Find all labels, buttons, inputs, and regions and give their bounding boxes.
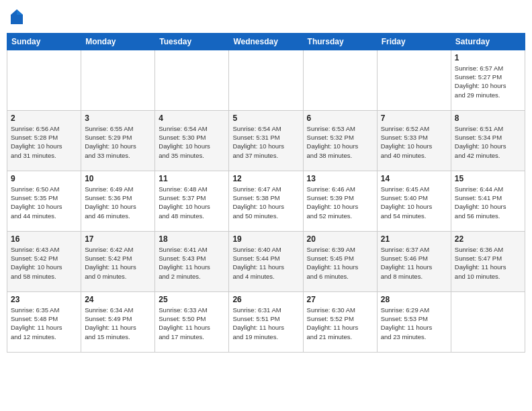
calendar-cell: 10Sunrise: 6:49 AM Sunset: 5:36 PM Dayli… xyxy=(81,171,155,231)
day-info: Sunrise: 6:45 AM Sunset: 5:40 PM Dayligh… xyxy=(381,185,447,220)
day-info: Sunrise: 6:50 AM Sunset: 5:35 PM Dayligh… xyxy=(11,185,77,220)
day-number: 13 xyxy=(307,174,373,183)
day-info: Sunrise: 6:39 AM Sunset: 5:45 PM Dayligh… xyxy=(307,245,373,281)
weekday-header-tuesday: Tuesday xyxy=(155,33,229,50)
logo xyxy=(9,9,23,28)
day-number: 6 xyxy=(307,113,373,123)
calendar-cell: 19Sunrise: 6:40 AM Sunset: 5:44 PM Dayli… xyxy=(229,231,303,291)
calendar-cell xyxy=(155,50,229,110)
day-info: Sunrise: 6:29 AM Sunset: 5:53 PM Dayligh… xyxy=(381,306,447,341)
day-info: Sunrise: 6:41 AM Sunset: 5:43 PM Dayligh… xyxy=(159,245,225,281)
day-info: Sunrise: 6:52 AM Sunset: 5:33 PM Dayligh… xyxy=(381,124,447,160)
day-number: 11 xyxy=(159,174,225,183)
weekday-header-row: SundayMondayTuesdayWednesdayThursdayFrid… xyxy=(7,33,525,50)
day-number: 15 xyxy=(455,174,521,183)
day-info: Sunrise: 6:54 AM Sunset: 5:30 PM Dayligh… xyxy=(159,124,225,160)
calendar-cell: 6Sunrise: 6:53 AM Sunset: 5:32 PM Daylig… xyxy=(303,110,377,171)
day-info: Sunrise: 6:42 AM Sunset: 5:42 PM Dayligh… xyxy=(85,245,151,281)
day-info: Sunrise: 6:48 AM Sunset: 5:37 PM Dayligh… xyxy=(159,185,225,220)
weekday-header-sunday: Sunday xyxy=(7,33,81,50)
calendar-week-2: 2Sunrise: 6:56 AM Sunset: 5:28 PM Daylig… xyxy=(7,110,525,171)
day-info: Sunrise: 6:36 AM Sunset: 5:47 PM Dayligh… xyxy=(455,245,521,281)
day-info: Sunrise: 6:51 AM Sunset: 5:34 PM Dayligh… xyxy=(455,124,521,160)
day-number: 16 xyxy=(11,234,77,244)
weekday-header-saturday: Saturday xyxy=(451,33,525,50)
page-header xyxy=(7,7,525,28)
day-info: Sunrise: 6:33 AM Sunset: 5:50 PM Dayligh… xyxy=(159,306,225,341)
day-info: Sunrise: 6:43 AM Sunset: 5:42 PM Dayligh… xyxy=(11,245,77,281)
weekday-header-friday: Friday xyxy=(377,33,451,50)
day-number: 28 xyxy=(381,295,447,304)
calendar-cell: 27Sunrise: 6:30 AM Sunset: 5:52 PM Dayli… xyxy=(303,291,377,352)
calendar-cell: 18Sunrise: 6:41 AM Sunset: 5:43 PM Dayli… xyxy=(155,231,229,291)
calendar-cell: 17Sunrise: 6:42 AM Sunset: 5:42 PM Dayli… xyxy=(81,231,155,291)
calendar-cell: 1Sunrise: 6:57 AM Sunset: 5:27 PM Daylig… xyxy=(451,50,525,110)
day-info: Sunrise: 6:35 AM Sunset: 5:48 PM Dayligh… xyxy=(11,306,77,341)
day-number: 8 xyxy=(455,113,521,123)
day-number: 9 xyxy=(11,174,77,183)
calendar-cell xyxy=(81,50,155,110)
day-number: 12 xyxy=(232,174,299,183)
day-info: Sunrise: 6:55 AM Sunset: 5:29 PM Dayligh… xyxy=(85,124,151,160)
calendar-cell xyxy=(7,50,81,110)
calendar-cell: 2Sunrise: 6:56 AM Sunset: 5:28 PM Daylig… xyxy=(7,110,81,171)
calendar-cell: 11Sunrise: 6:48 AM Sunset: 5:37 PM Dayli… xyxy=(155,171,229,231)
day-number: 17 xyxy=(85,234,151,244)
day-number: 5 xyxy=(232,113,299,123)
day-info: Sunrise: 6:53 AM Sunset: 5:32 PM Dayligh… xyxy=(307,124,373,160)
day-number: 20 xyxy=(307,234,373,244)
weekday-header-thursday: Thursday xyxy=(303,33,377,50)
calendar-cell: 22Sunrise: 6:36 AM Sunset: 5:47 PM Dayli… xyxy=(451,231,525,291)
logo-icon xyxy=(11,9,23,24)
calendar-week-3: 9Sunrise: 6:50 AM Sunset: 5:35 PM Daylig… xyxy=(7,171,525,231)
day-info: Sunrise: 6:31 AM Sunset: 5:51 PM Dayligh… xyxy=(232,306,299,341)
day-number: 23 xyxy=(11,295,77,304)
calendar-cell: 13Sunrise: 6:46 AM Sunset: 5:39 PM Dayli… xyxy=(303,171,377,231)
weekday-header-monday: Monday xyxy=(81,33,155,50)
calendar-cell xyxy=(451,291,525,352)
calendar-cell: 5Sunrise: 6:54 AM Sunset: 5:31 PM Daylig… xyxy=(229,110,303,171)
day-number: 22 xyxy=(455,234,521,244)
day-number: 18 xyxy=(159,234,225,244)
calendar-cell: 21Sunrise: 6:37 AM Sunset: 5:46 PM Dayli… xyxy=(377,231,451,291)
day-info: Sunrise: 6:56 AM Sunset: 5:28 PM Dayligh… xyxy=(11,124,77,160)
day-info: Sunrise: 6:54 AM Sunset: 5:31 PM Dayligh… xyxy=(232,124,299,160)
day-number: 25 xyxy=(159,295,225,304)
calendar-cell: 20Sunrise: 6:39 AM Sunset: 5:45 PM Dayli… xyxy=(303,231,377,291)
day-number: 1 xyxy=(455,53,521,62)
day-info: Sunrise: 6:57 AM Sunset: 5:27 PM Dayligh… xyxy=(455,64,521,99)
svg-marker-1 xyxy=(17,9,23,15)
calendar-cell: 15Sunrise: 6:44 AM Sunset: 5:41 PM Dayli… xyxy=(451,171,525,231)
calendar-cell xyxy=(303,50,377,110)
day-number: 14 xyxy=(381,174,447,183)
day-info: Sunrise: 6:40 AM Sunset: 5:44 PM Dayligh… xyxy=(232,245,299,281)
calendar-cell: 23Sunrise: 6:35 AM Sunset: 5:48 PM Dayli… xyxy=(7,291,81,352)
day-number: 27 xyxy=(307,295,373,304)
day-info: Sunrise: 6:49 AM Sunset: 5:36 PM Dayligh… xyxy=(85,185,151,220)
day-info: Sunrise: 6:47 AM Sunset: 5:38 PM Dayligh… xyxy=(232,185,299,220)
calendar-week-1: 1Sunrise: 6:57 AM Sunset: 5:27 PM Daylig… xyxy=(7,50,525,110)
calendar-week-5: 23Sunrise: 6:35 AM Sunset: 5:48 PM Dayli… xyxy=(7,291,525,352)
calendar-cell: 8Sunrise: 6:51 AM Sunset: 5:34 PM Daylig… xyxy=(451,110,525,171)
calendar-cell: 14Sunrise: 6:45 AM Sunset: 5:40 PM Dayli… xyxy=(377,171,451,231)
calendar-cell: 26Sunrise: 6:31 AM Sunset: 5:51 PM Dayli… xyxy=(229,291,303,352)
day-info: Sunrise: 6:34 AM Sunset: 5:49 PM Dayligh… xyxy=(85,306,151,341)
day-info: Sunrise: 6:30 AM Sunset: 5:52 PM Dayligh… xyxy=(307,306,373,341)
calendar-cell: 12Sunrise: 6:47 AM Sunset: 5:38 PM Dayli… xyxy=(229,171,303,231)
calendar-cell: 25Sunrise: 6:33 AM Sunset: 5:50 PM Dayli… xyxy=(155,291,229,352)
day-number: 21 xyxy=(381,234,447,244)
weekday-header-wednesday: Wednesday xyxy=(229,33,303,50)
day-number: 3 xyxy=(85,113,151,123)
day-number: 7 xyxy=(381,113,447,123)
calendar-cell: 24Sunrise: 6:34 AM Sunset: 5:49 PM Dayli… xyxy=(81,291,155,352)
day-info: Sunrise: 6:46 AM Sunset: 5:39 PM Dayligh… xyxy=(307,185,373,220)
calendar-cell: 4Sunrise: 6:54 AM Sunset: 5:30 PM Daylig… xyxy=(155,110,229,171)
calendar-cell xyxy=(229,50,303,110)
calendar-cell: 7Sunrise: 6:52 AM Sunset: 5:33 PM Daylig… xyxy=(377,110,451,171)
calendar-cell: 28Sunrise: 6:29 AM Sunset: 5:53 PM Dayli… xyxy=(377,291,451,352)
calendar-cell xyxy=(377,50,451,110)
day-info: Sunrise: 6:37 AM Sunset: 5:46 PM Dayligh… xyxy=(381,245,447,281)
calendar-cell: 3Sunrise: 6:55 AM Sunset: 5:29 PM Daylig… xyxy=(81,110,155,171)
day-number: 2 xyxy=(11,113,77,123)
day-number: 19 xyxy=(232,234,299,244)
